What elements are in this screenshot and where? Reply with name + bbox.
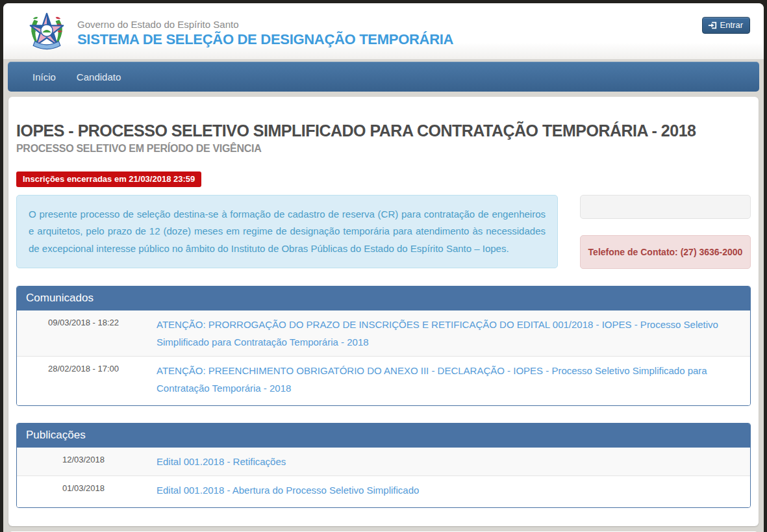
comunicados-panel: Comunicados 09/03/2018 - 18:22 ATENÇÃO: …	[16, 286, 751, 406]
login-button-label: Entrar	[720, 20, 743, 30]
comunicado-link[interactable]: ATENÇÃO: PREENCHIMENTO OBRIGATÓRIO DO AN…	[157, 365, 707, 394]
empty-well	[580, 195, 751, 219]
comunicados-list: 09/03/2018 - 18:22 ATENÇÃO: PRORROGAÇÃO …	[17, 310, 750, 405]
espirito-santo-coat-of-arms-logo	[27, 11, 67, 55]
nav-item-candidato[interactable]: Candidato	[66, 62, 131, 92]
registration-deadline-badge: Inscrições encerradas em 21/03/2018 23:5…	[16, 171, 201, 187]
publicacao-link[interactable]: Edital 001.2018 - Abertura do Processo S…	[157, 485, 419, 496]
comunicado-row: 09/03/2018 - 18:22 ATENÇÃO: PRORROGAÇÃO …	[17, 310, 750, 356]
comunicado-link[interactable]: ATENÇÃO: PRORROGAÇÃO DO PRAZO DE INSCRIÇ…	[157, 319, 718, 348]
publicacoes-panel-title: Publicações	[17, 424, 750, 448]
main-navbar: Início Candidato	[8, 62, 759, 92]
publicacao-link[interactable]: Edital 001.2018 - Retificações	[157, 456, 286, 467]
description-row: O presente processo de seleção destina-s…	[16, 195, 751, 269]
brand: Governo do Estado do Espírito Santo SIST…	[3, 3, 764, 55]
page-title: IOPES - PROCESSO SELETIVO SIMPLIFICADO P…	[16, 121, 751, 140]
publicacao-row: 01/03/2018 Edital 001.2018 - Abertura do…	[17, 475, 750, 504]
nav-item-inicio[interactable]: Início	[22, 62, 66, 92]
comunicado-date: 28/02/2018 - 17:00	[17, 357, 150, 402]
government-name: Governo do Estado do Espírito Santo	[77, 19, 453, 30]
comunicado-row: 28/02/2018 - 17:00 ATENÇÃO: PREENCHIMENT…	[17, 356, 750, 402]
site-header: Governo do Estado do Espírito Santo SIST…	[3, 3, 764, 59]
side-column: Telefone de Contato: (27) 3636-2000	[580, 195, 751, 269]
publicacao-date: 01/03/2018	[17, 476, 150, 504]
system-title: SISTEMA DE SELEÇÃO DE DESIGNAÇÃO TEMPORÁ…	[77, 31, 453, 48]
login-button[interactable]: Entrar	[702, 17, 750, 34]
publicacoes-list: 12/03/2018 Edital 001.2018 - Retificaçõe…	[17, 448, 750, 507]
publicacao-date: 12/03/2018	[17, 448, 150, 475]
phone-contact-box: Telefone de Contato: (27) 3636-2000	[580, 235, 751, 269]
page-subtitle: PROCESSO SELETIVO EM PERÍODO DE VIGÊNCIA	[16, 143, 751, 155]
comunicados-panel-title: Comunicados	[17, 286, 750, 310]
main-content: IOPES - PROCESSO SELETIVO SIMPLIFICADO P…	[8, 97, 759, 526]
process-description-box: O presente processo de seleção destina-s…	[16, 195, 558, 268]
publicacoes-panel: Publicações 12/03/2018 Edital 001.2018 -…	[16, 423, 751, 508]
publicacao-row: 12/03/2018 Edital 001.2018 - Retificaçõe…	[17, 448, 750, 475]
brand-text: Governo do Estado do Espírito Santo SIST…	[77, 19, 453, 48]
comunicado-date: 09/03/2018 - 18:22	[17, 310, 150, 356]
page: Governo do Estado do Espírito Santo SIST…	[3, 3, 764, 532]
login-icon	[708, 21, 717, 30]
